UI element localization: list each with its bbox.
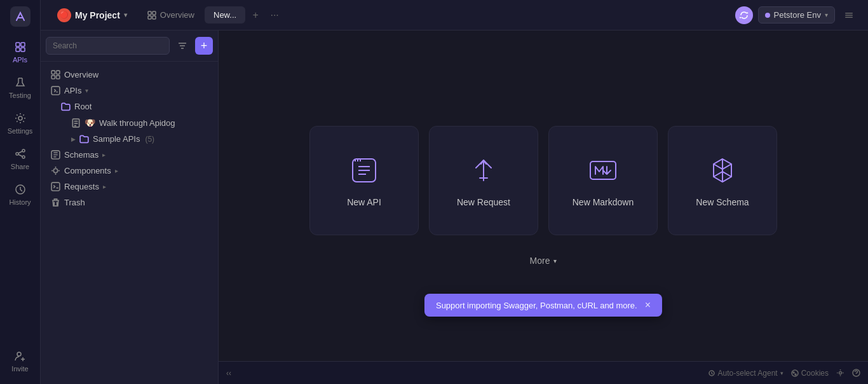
auto-select-label: Auto-select Agent	[718, 369, 778, 378]
tab-more-button[interactable]: ···	[266, 6, 283, 24]
sidebar-item-testing[interactable]: Testing	[4, 71, 37, 104]
cards-grid: New API New Request	[309, 126, 777, 235]
sidebar-item-history[interactable]: History	[4, 178, 37, 211]
sidebar-history-label: History	[9, 198, 31, 206]
tab-bar: Overview New... + ···	[133, 6, 735, 24]
auto-select-agent-button[interactable]: Auto-select Agent ▾	[708, 369, 783, 378]
env-chevron-icon: ▾	[825, 11, 828, 18]
sidebar-item-settings[interactable]: Settings	[4, 107, 37, 140]
tab-add-button[interactable]: +	[247, 6, 264, 24]
requests-icon	[51, 182, 60, 191]
svg-rect-4	[21, 48, 25, 51]
cookies-label: Cookies	[801, 369, 829, 378]
request-card-icon	[467, 154, 500, 187]
filter-button[interactable]	[173, 37, 191, 55]
main-menu-button[interactable]	[840, 6, 858, 24]
new-request-label: New Request	[457, 197, 510, 207]
main-body: New API New Request	[219, 31, 868, 361]
sidebar-item-apis[interactable]: APIs	[4, 36, 37, 69]
tree-sample-count: (5)	[145, 135, 154, 144]
tree-item-apis[interactable]: APIs ▾	[43, 83, 215, 99]
import-toast: Support importing Swagger, Postman, cURL…	[424, 294, 662, 317]
tree-item-root[interactable]: Root	[43, 99, 215, 114]
schema-card-icon	[706, 154, 739, 187]
tree-root-label: Root	[74, 102, 92, 111]
sidebar-item-share[interactable]: Share	[4, 142, 37, 175]
tree-walkthrough-label: Walk through Apidog	[99, 118, 175, 128]
bottom-bar-right: Auto-select Agent ▾ Cookies	[708, 369, 860, 378]
sidebar-apis-label: APIs	[13, 56, 27, 64]
svg-rect-20	[51, 76, 55, 79]
tree-item-trash[interactable]: Trash	[43, 195, 215, 210]
api-card-icon	[348, 154, 381, 187]
svg-rect-18	[51, 71, 55, 74]
collapse-icon: ‹‹	[226, 369, 231, 378]
tree-schemas-label: Schemas	[64, 150, 98, 160]
cookies-button[interactable]: Cookies	[791, 369, 829, 378]
svg-point-10	[17, 352, 21, 356]
new-markdown-label: New Markdown	[573, 197, 634, 207]
main-content: New API New Request	[219, 31, 868, 384]
file-sidebar: + Overview APIs	[41, 31, 219, 384]
sidebar-item-invite[interactable]: Invite	[4, 345, 37, 378]
more-button[interactable]: More ▾	[530, 256, 557, 266]
svg-rect-16	[845, 15, 853, 16]
tree-item-components[interactable]: Components ▸	[43, 163, 215, 179]
tree-item-requests[interactable]: Requests ▸	[43, 179, 215, 195]
svg-rect-15	[845, 13, 853, 14]
agent-icon	[708, 369, 715, 377]
new-markdown-card[interactable]: New Markdown	[548, 126, 658, 235]
sidebar-share-label: Share	[11, 163, 29, 170]
tree-item-sample-apis[interactable]: ▶ Sample APIs (5)	[43, 131, 215, 147]
settings-bottom-button[interactable]	[836, 369, 844, 377]
new-request-card[interactable]: New Request	[429, 126, 538, 235]
tab-overview[interactable]: Overview	[139, 6, 203, 24]
sync-button[interactable]	[735, 6, 753, 24]
svg-point-7	[16, 153, 18, 155]
env-dot	[765, 13, 770, 18]
walk-emoji: 🐶	[85, 118, 95, 128]
schemas-icon	[51, 150, 60, 160]
svg-rect-1	[16, 43, 20, 46]
tree-overview-label: Overview	[64, 70, 98, 79]
tree-item-overview[interactable]: Overview	[43, 67, 215, 83]
requests-chevron-icon: ▸	[103, 183, 106, 190]
tab-new[interactable]: New...	[205, 6, 245, 24]
help-button[interactable]	[852, 369, 860, 377]
new-api-card[interactable]: New API	[309, 126, 419, 235]
tab-overview-label: Overview	[160, 10, 194, 20]
help-icon	[852, 369, 860, 377]
more-label: More	[530, 256, 550, 266]
project-chevron-icon: ▾	[124, 11, 127, 18]
new-schema-card[interactable]: New Schema	[668, 126, 777, 235]
tree-trash-label: Trash	[64, 198, 85, 207]
search-input[interactable]	[46, 37, 170, 55]
svg-point-33	[839, 372, 842, 374]
svg-rect-11	[148, 11, 151, 15]
settings-bottom-icon	[836, 369, 844, 377]
tree-requests-label: Requests	[64, 182, 99, 191]
icon-sidebar: APIs Testing Settings Share History	[0, 0, 41, 384]
tree-sample-apis-label: Sample APIs	[93, 134, 140, 144]
collapse-button[interactable]: ‹‹	[226, 369, 231, 378]
toast-message: Support importing Swagger, Postman, cURL…	[436, 301, 637, 310]
top-bar-right: Petstore Env ▾	[735, 6, 858, 24]
tree-item-schemas[interactable]: Schemas ▸	[43, 147, 215, 163]
project-icon: 🔴	[57, 8, 71, 22]
toast-close-button[interactable]: ×	[645, 300, 651, 310]
project-selector[interactable]: 🔴 My Project ▾	[51, 4, 133, 26]
auto-select-chevron-icon: ▾	[780, 370, 783, 376]
svg-rect-21	[57, 76, 60, 79]
overview-tree-icon	[51, 70, 60, 79]
app-logo[interactable]	[10, 6, 31, 27]
apis-tree-icon	[51, 86, 60, 95]
top-bar: 🔴 My Project ▾ Overview New... + ···	[41, 0, 868, 31]
sidebar-testing-label: Testing	[9, 92, 31, 99]
svg-rect-0	[10, 6, 31, 27]
env-selector[interactable]: Petstore Env ▾	[758, 6, 835, 24]
add-button[interactable]: +	[195, 37, 213, 55]
tree-apis-label: APIs	[64, 86, 81, 95]
tree-item-walkthrough[interactable]: 🐶 Walk through Apidog	[43, 114, 215, 131]
svg-point-32	[795, 374, 796, 375]
tree-content: Overview APIs ▾ Root	[41, 62, 218, 384]
